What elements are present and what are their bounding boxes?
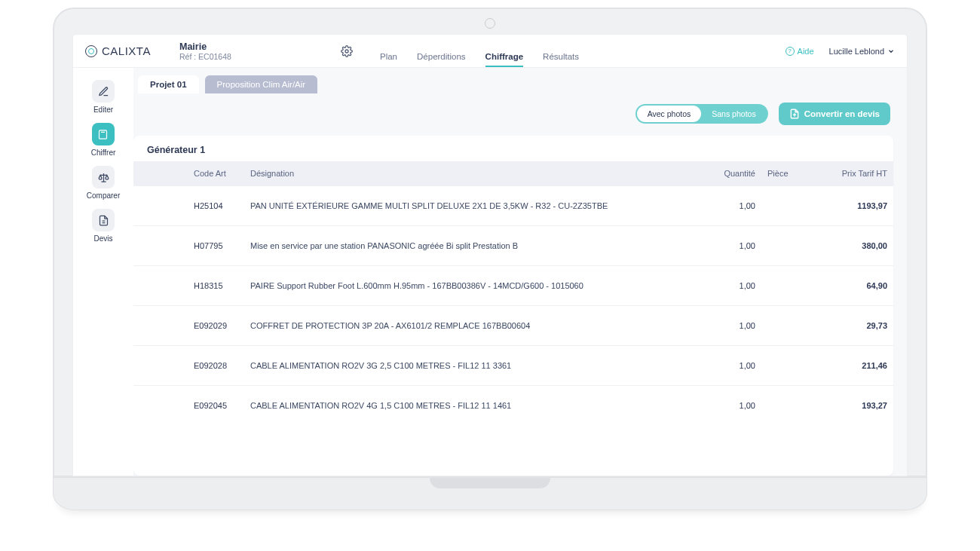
sidebar-label: Comparer	[87, 191, 120, 200]
sidebar-item-chiffrer[interactable]: Chiffrer	[91, 123, 116, 157]
app-header: CALIXTA Mairie Réf : EC01648 Plan Déperd…	[73, 35, 907, 68]
table-row[interactable]: H18315PAIRE Support Rubber Foot L.600mm …	[133, 266, 893, 306]
table-row[interactable]: H07795Mise en service par une station PA…	[133, 226, 893, 266]
row-thumb	[133, 226, 188, 266]
table-header-row: Code Art Désignation Quantité Pièce Prix…	[133, 161, 893, 186]
tab-plan[interactable]: Plan	[380, 52, 397, 67]
laptop-mockup: CALIXTA Mairie Réf : EC01648 Plan Déperd…	[53, 8, 927, 510]
scale-icon	[92, 166, 115, 188]
col-spacer	[133, 161, 188, 186]
row-code: H07795	[188, 226, 244, 266]
row-designation: CABLE ALIMENTATION RO2V 3G 2,5 C100 METR…	[244, 346, 705, 386]
help-label: Aide	[798, 47, 814, 56]
row-price: 29,73	[822, 306, 893, 346]
toggle-without-photos[interactable]: Sans photos	[701, 106, 766, 122]
document-icon	[92, 209, 115, 231]
row-piece	[761, 186, 822, 226]
logo-mark-icon	[85, 45, 97, 57]
table-row[interactable]: H25104PAN UNITÉ EXTÉRIEURE GAMME MULTI S…	[133, 186, 893, 226]
calculator-icon	[92, 123, 115, 145]
col-piece: Pièce	[761, 161, 822, 186]
chevron-down-icon	[887, 47, 895, 55]
sidebar-label: Editer	[93, 106, 113, 114]
row-piece	[761, 306, 822, 346]
tab-resultats[interactable]: Résultats	[543, 52, 579, 67]
quote-table-card: Générateur 1 Code Art Désignation Q	[133, 136, 893, 476]
row-qty: 1,00	[705, 346, 761, 386]
svg-point-0	[345, 50, 348, 53]
col-designation: Désignation	[244, 161, 705, 186]
row-qty: 1,00	[705, 266, 761, 306]
row-qty: 1,00	[705, 386, 761, 426]
row-qty: 1,00	[705, 226, 761, 266]
photo-toggle[interactable]: Avec photos Sans photos	[635, 104, 768, 124]
svg-rect-1	[100, 130, 107, 138]
sidebar-item-comparer[interactable]: Comparer	[87, 166, 120, 200]
sidebar: Editer Chiffrer Comparer	[73, 68, 133, 476]
help-link[interactable]: ? Aide	[786, 47, 814, 56]
user-name: Lucille Leblond	[829, 47, 884, 56]
brand-logo[interactable]: CALIXTA	[85, 44, 172, 57]
row-designation: PAN UNITÉ EXTÉRIEURE GAMME MULTI SPLIT D…	[244, 186, 705, 226]
project-ref: Réf : EC01648	[179, 52, 338, 61]
items-table: Code Art Désignation Quantité Pièce Prix…	[133, 161, 893, 425]
sidebar-label: Devis	[93, 234, 112, 243]
sub-tab-proposition[interactable]: Proposition Clim Air/Air	[205, 75, 318, 93]
table-row[interactable]: E092028CABLE ALIMENTATION RO2V 3G 2,5 C1…	[133, 346, 893, 386]
row-code: H18315	[188, 266, 244, 306]
row-piece	[761, 346, 822, 386]
row-code: E092028	[188, 346, 244, 386]
sidebar-item-devis[interactable]: Devis	[92, 209, 115, 243]
row-thumb	[133, 346, 188, 386]
export-icon	[789, 109, 800, 119]
header-right: ? Aide Lucille Leblond	[786, 47, 895, 56]
app-window: CALIXTA Mairie Réf : EC01648 Plan Déperd…	[73, 35, 907, 476]
app-body: Editer Chiffrer Comparer	[73, 68, 907, 476]
col-quantity: Quantité	[705, 161, 761, 186]
row-code: H25104	[188, 186, 244, 226]
row-piece	[761, 266, 822, 306]
row-price: 193,27	[822, 386, 893, 426]
laptop-notch	[430, 478, 550, 488]
row-price: 64,90	[822, 266, 893, 306]
row-thumb	[133, 306, 188, 346]
row-designation: PAIRE Support Rubber Foot L.600mm H.95mm…	[244, 266, 705, 306]
row-piece	[761, 226, 822, 266]
sub-tab-projet[interactable]: Projet 01	[138, 75, 199, 93]
tab-deperditions[interactable]: Déperditions	[417, 52, 466, 67]
row-code: E092029	[188, 306, 244, 346]
gear-icon	[341, 45, 353, 57]
edit-icon	[92, 80, 115, 103]
col-price: Prix Tarif HT	[822, 161, 893, 186]
camera-bar	[73, 18, 907, 35]
laptop-base	[53, 477, 927, 510]
row-price: 211,46	[822, 346, 893, 386]
user-menu[interactable]: Lucille Leblond	[829, 47, 895, 56]
main-area: Projet 01 Proposition Clim Air/Air Avec …	[133, 68, 907, 476]
table-row[interactable]: E092029COFFRET DE PROTECTION 3P 20A - AX…	[133, 306, 893, 346]
project-info: Mairie Réf : EC01648	[179, 41, 338, 61]
row-thumb	[133, 266, 188, 306]
laptop-screen: CALIXTA Mairie Réf : EC01648 Plan Déperd…	[53, 8, 927, 477]
row-thumb	[133, 186, 188, 226]
table-row[interactable]: E092045CABLE ALIMENTATION RO2V 4G 1,5 C1…	[133, 386, 893, 426]
help-icon: ?	[786, 47, 795, 56]
row-price: 1193,97	[822, 186, 893, 226]
project-title: Mairie	[179, 41, 338, 52]
row-qty: 1,00	[705, 306, 761, 346]
row-price: 380,00	[822, 226, 893, 266]
settings-button[interactable]	[341, 45, 353, 57]
row-designation: COFFRET DE PROTECTION 3P 20A - AX6101/2 …	[244, 306, 705, 346]
row-thumb	[133, 386, 188, 426]
row-piece	[761, 386, 822, 426]
tab-chiffrage[interactable]: Chiffrage	[485, 52, 523, 67]
action-row: Avec photos Sans photos Convertir en dev…	[133, 103, 893, 125]
main-tabs: Plan Déperditions Chiffrage Résultats	[380, 35, 579, 67]
brand-name: CALIXTA	[102, 44, 151, 57]
sidebar-item-editer[interactable]: Editer	[92, 80, 115, 114]
convert-button[interactable]: Convertir en devis	[779, 103, 890, 125]
toggle-with-photos[interactable]: Avec photos	[637, 106, 702, 122]
convert-label: Convertir en devis	[804, 109, 880, 118]
row-designation: CABLE ALIMENTATION RO2V 4G 1,5 C100 METR…	[244, 386, 705, 426]
row-designation: Mise en service par une station PANASONI…	[244, 226, 705, 266]
